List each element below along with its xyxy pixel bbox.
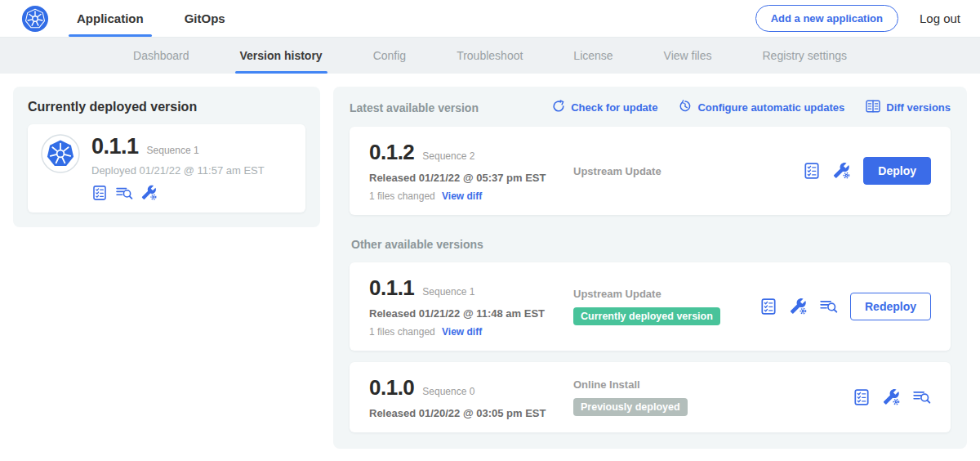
tab-application[interactable]: Application — [74, 0, 147, 37]
version-source-block: Upstream Update Currently deployed versi… — [573, 288, 760, 325]
top-nav: Application GitOps — [74, 0, 263, 37]
kubernetes-app-icon — [41, 134, 80, 177]
panel-actions: Check for update Configure automatic upd… — [552, 100, 951, 115]
deployed-version-sequence: Sequence 1 — [147, 145, 199, 156]
subtab-dashboard-label: Dashboard — [133, 49, 189, 62]
deployed-timestamp: Deployed 01/21/22 @ 11:57 am EST — [91, 164, 265, 177]
subtab-config-label: Config — [373, 49, 406, 62]
deploy-logs-icon[interactable] — [913, 389, 931, 405]
config-icon[interactable] — [883, 388, 901, 406]
subtab-license[interactable]: License — [572, 38, 614, 74]
check-for-update-label: Check for update — [571, 101, 657, 114]
previously-deployed-badge: Previously deployed — [573, 398, 688, 416]
version-info: 0.1.1 Sequence 1 Released 01/21/22 @ 11:… — [369, 275, 573, 338]
subtab-version-history-label: Version history — [240, 49, 323, 62]
version-info: 0.1.2 Sequence 2 Released 01/21/22 @ 05:… — [369, 140, 573, 202]
version-source: Upstream Update — [573, 165, 795, 177]
version-source-block: Upstream Update — [573, 165, 803, 177]
version-card-0-1-2: 0.1.2 Sequence 2 Released 01/21/22 @ 05:… — [350, 127, 951, 215]
version-card-0-1-1: 0.1.1 Sequence 1 Released 01/21/22 @ 11:… — [350, 262, 951, 351]
schedule-icon — [679, 100, 692, 115]
version-sequence: Sequence 1 — [422, 286, 474, 298]
config-icon[interactable] — [141, 185, 158, 201]
main-content: Currently deployed version — [0, 74, 980, 461]
subtab-dashboard[interactable]: Dashboard — [131, 38, 191, 74]
available-versions-panel: Latest available version Check for updat… — [333, 87, 967, 449]
deploy-logs-icon[interactable] — [820, 298, 838, 315]
add-application-button[interactable]: Add a new application — [755, 5, 898, 32]
deployed-version-number: 0.1.1 — [91, 134, 139, 159]
files-changed-text: 1 files changed — [369, 326, 435, 338]
configure-updates-label: Configure automatic updates — [697, 101, 844, 114]
version-actions: Redeploy — [760, 293, 931, 320]
version-info: 0.1.0 Sequence 0 Released 01/20/22 @ 03:… — [369, 375, 573, 419]
version-number: 0.1.0 — [369, 375, 414, 401]
currently-deployed-panel: Currently deployed version — [13, 87, 320, 227]
app-sub-nav: Dashboard Version history Config Trouble… — [0, 38, 980, 74]
config-icon[interactable] — [790, 298, 808, 316]
deployed-version-card: 0.1.1 Sequence 1 Deployed 01/21/22 @ 11:… — [28, 124, 305, 213]
deploy-button[interactable]: Deploy — [863, 157, 931, 185]
version-sequence: Sequence 2 — [422, 150, 474, 162]
configure-updates-link[interactable]: Configure automatic updates — [679, 100, 844, 115]
version-number: 0.1.1 — [369, 275, 414, 301]
subtab-troubleshoot-label: Troubleshoot — [457, 49, 523, 62]
files-changed-text: 1 files changed — [369, 190, 435, 202]
release-notes-icon[interactable] — [91, 185, 108, 201]
version-source-block: Online Install Previously deployed — [573, 378, 853, 416]
version-card-0-1-0: 0.1.0 Sequence 0 Released 01/20/22 @ 03:… — [350, 362, 951, 432]
subtab-registry-settings-label: Registry settings — [763, 49, 847, 62]
config-icon[interactable] — [833, 162, 851, 180]
refresh-icon — [552, 100, 565, 115]
subtab-registry-settings[interactable]: Registry settings — [761, 38, 849, 74]
view-diff-link[interactable]: View diff — [442, 326, 482, 338]
subtab-config[interactable]: Config — [372, 38, 408, 74]
release-notes-icon[interactable] — [760, 298, 777, 316]
released-timestamp: Released 01/20/22 @ 03:05 pm EST — [369, 407, 573, 419]
deploy-logs-icon[interactable] — [116, 186, 133, 201]
logout-link[interactable]: Log out — [920, 11, 960, 25]
version-actions: Deploy — [803, 157, 931, 185]
released-timestamp: Released 01/21/22 @ 05:37 pm EST — [369, 172, 573, 184]
diff-icon — [866, 100, 880, 115]
top-bar: Application GitOps Add a new application… — [0, 0, 980, 38]
version-source: Online Install — [573, 378, 844, 391]
kubernetes-logo-icon — [21, 5, 49, 33]
subtab-license-label: License — [573, 49, 612, 62]
redeploy-button[interactable]: Redeploy — [850, 293, 931, 320]
version-actions — [853, 388, 931, 406]
tab-gitops[interactable]: GitOps — [181, 0, 229, 37]
diff-versions-link[interactable]: Diff versions — [866, 100, 951, 115]
currently-deployed-title: Currently deployed version — [28, 100, 305, 114]
version-source: Upstream Update — [573, 288, 751, 300]
release-notes-icon[interactable] — [853, 388, 871, 406]
version-sequence: Sequence 0 — [422, 386, 474, 397]
view-diff-link[interactable]: View diff — [442, 190, 482, 202]
tab-gitops-label: GitOps — [185, 11, 225, 25]
subtab-view-files[interactable]: View files — [662, 38, 714, 74]
released-timestamp: Released 01/21/22 @ 11:48 am EST — [369, 307, 573, 320]
deployed-version-info: 0.1.1 Sequence 1 Deployed 01/21/22 @ 11:… — [91, 134, 265, 201]
currently-deployed-badge: Currently deployed version — [573, 307, 720, 325]
tab-application-label: Application — [77, 11, 144, 25]
subtab-version-history[interactable]: Version history — [238, 38, 324, 74]
check-for-update-link[interactable]: Check for update — [552, 100, 657, 115]
subtab-view-files-label: View files — [664, 49, 712, 62]
release-notes-icon[interactable] — [803, 162, 821, 180]
subtab-troubleshoot[interactable]: Troubleshoot — [455, 38, 524, 74]
diff-versions-label: Diff versions — [886, 101, 951, 114]
version-number: 0.1.2 — [369, 140, 414, 165]
latest-available-label: Latest available version — [350, 101, 479, 114]
other-versions-label: Other available versions — [351, 238, 951, 251]
